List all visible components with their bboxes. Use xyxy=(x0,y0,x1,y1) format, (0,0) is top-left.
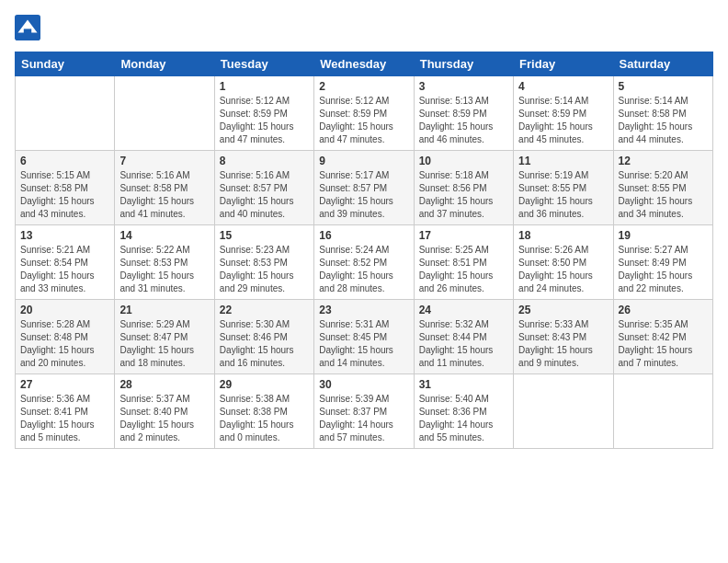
cell-info: Sunrise: 5:14 AMSunset: 8:59 PMDaylight:… xyxy=(518,95,608,146)
cell-info: Sunrise: 5:24 AMSunset: 8:52 PMDaylight:… xyxy=(319,244,408,295)
calendar-cell: 31Sunrise: 5:40 AMSunset: 8:36 PMDayligh… xyxy=(414,374,513,449)
day-of-week-header: Wednesday xyxy=(314,52,414,76)
day-of-week-header: Tuesday xyxy=(214,52,313,76)
cell-info: Sunrise: 5:25 AMSunset: 8:51 PMDaylight:… xyxy=(419,244,508,295)
day-number: 2 xyxy=(319,80,408,93)
day-number: 13 xyxy=(20,229,109,242)
calendar-cell: 2Sunrise: 5:12 AMSunset: 8:59 PMDaylight… xyxy=(314,76,414,151)
cell-info: Sunrise: 5:12 AMSunset: 8:59 PMDaylight:… xyxy=(319,95,408,146)
calendar-cell: 22Sunrise: 5:30 AMSunset: 8:46 PMDayligh… xyxy=(214,300,313,374)
day-number: 27 xyxy=(20,378,109,391)
day-number: 10 xyxy=(419,155,508,167)
day-number: 22 xyxy=(220,304,309,316)
logo xyxy=(15,15,44,40)
calendar-cell: 5Sunrise: 5:14 AMSunset: 8:58 PMDaylight… xyxy=(613,76,712,151)
calendar-cell: 24Sunrise: 5:32 AMSunset: 8:44 PMDayligh… xyxy=(414,300,513,374)
calendar-week-row: 13Sunrise: 5:21 AMSunset: 8:54 PMDayligh… xyxy=(16,225,713,300)
cell-info: Sunrise: 5:37 AMSunset: 8:40 PMDaylight:… xyxy=(119,393,209,444)
calendar-cell: 14Sunrise: 5:22 AMSunset: 8:53 PMDayligh… xyxy=(115,225,214,300)
day-of-week-header: Thursday xyxy=(414,52,513,76)
day-number: 11 xyxy=(518,155,608,167)
day-number: 31 xyxy=(419,378,508,391)
calendar-table: SundayMondayTuesdayWednesdayThursdayFrid… xyxy=(15,52,713,449)
calendar-cell xyxy=(613,374,712,449)
svg-rect-2 xyxy=(24,29,31,34)
day-of-week-header: Monday xyxy=(115,52,214,76)
day-number: 3 xyxy=(419,80,508,93)
cell-info: Sunrise: 5:19 AMSunset: 8:55 PMDaylight:… xyxy=(518,169,608,221)
day-number: 16 xyxy=(319,229,408,242)
calendar-cell: 29Sunrise: 5:38 AMSunset: 8:38 PMDayligh… xyxy=(214,374,313,449)
calendar-cell: 15Sunrise: 5:23 AMSunset: 8:53 PMDayligh… xyxy=(214,225,313,300)
cell-info: Sunrise: 5:36 AMSunset: 8:41 PMDaylight:… xyxy=(20,393,109,444)
page-header xyxy=(15,15,713,40)
calendar-week-row: 20Sunrise: 5:28 AMSunset: 8:48 PMDayligh… xyxy=(16,300,713,374)
calendar-cell: 10Sunrise: 5:18 AMSunset: 8:56 PMDayligh… xyxy=(414,151,513,225)
cell-info: Sunrise: 5:39 AMSunset: 8:37 PMDaylight:… xyxy=(319,393,408,444)
calendar-cell: 12Sunrise: 5:20 AMSunset: 8:55 PMDayligh… xyxy=(613,151,712,225)
day-number: 15 xyxy=(220,229,309,242)
cell-info: Sunrise: 5:16 AMSunset: 8:57 PMDaylight:… xyxy=(220,169,309,221)
calendar-cell: 4Sunrise: 5:14 AMSunset: 8:59 PMDaylight… xyxy=(514,76,613,151)
calendar-cell: 27Sunrise: 5:36 AMSunset: 8:41 PMDayligh… xyxy=(16,374,115,449)
day-of-week-header: Sunday xyxy=(16,52,115,76)
calendar-cell: 6Sunrise: 5:15 AMSunset: 8:58 PMDaylight… xyxy=(16,151,115,225)
cell-info: Sunrise: 5:27 AMSunset: 8:49 PMDaylight:… xyxy=(619,244,708,295)
day-number: 14 xyxy=(119,229,209,242)
calendar-cell: 11Sunrise: 5:19 AMSunset: 8:55 PMDayligh… xyxy=(514,151,613,225)
calendar-header-row: SundayMondayTuesdayWednesdayThursdayFrid… xyxy=(16,52,713,76)
calendar-cell: 28Sunrise: 5:37 AMSunset: 8:40 PMDayligh… xyxy=(115,374,214,449)
day-number: 1 xyxy=(220,80,309,93)
calendar-cell: 26Sunrise: 5:35 AMSunset: 8:42 PMDayligh… xyxy=(613,300,712,374)
calendar-cell: 18Sunrise: 5:26 AMSunset: 8:50 PMDayligh… xyxy=(514,225,613,300)
cell-info: Sunrise: 5:26 AMSunset: 8:50 PMDaylight:… xyxy=(518,244,608,295)
day-number: 28 xyxy=(119,378,209,391)
calendar-cell: 23Sunrise: 5:31 AMSunset: 8:45 PMDayligh… xyxy=(314,300,414,374)
calendar-cell: 8Sunrise: 5:16 AMSunset: 8:57 PMDaylight… xyxy=(214,151,313,225)
day-number: 6 xyxy=(20,155,109,167)
day-number: 5 xyxy=(619,80,708,93)
day-number: 19 xyxy=(619,229,708,242)
calendar-cell: 3Sunrise: 5:13 AMSunset: 8:59 PMDaylight… xyxy=(414,76,513,151)
day-number: 26 xyxy=(619,304,708,316)
calendar-cell: 19Sunrise: 5:27 AMSunset: 8:49 PMDayligh… xyxy=(613,225,712,300)
cell-info: Sunrise: 5:33 AMSunset: 8:43 PMDaylight:… xyxy=(518,318,608,370)
day-number: 9 xyxy=(319,155,408,167)
calendar-cell: 30Sunrise: 5:39 AMSunset: 8:37 PMDayligh… xyxy=(314,374,414,449)
calendar-cell xyxy=(16,76,115,151)
day-number: 21 xyxy=(119,304,209,316)
cell-info: Sunrise: 5:12 AMSunset: 8:59 PMDaylight:… xyxy=(220,95,309,146)
cell-info: Sunrise: 5:40 AMSunset: 8:36 PMDaylight:… xyxy=(419,393,508,444)
calendar-week-row: 6Sunrise: 5:15 AMSunset: 8:58 PMDaylight… xyxy=(16,151,713,225)
day-number: 7 xyxy=(119,155,209,167)
calendar-cell: 7Sunrise: 5:16 AMSunset: 8:58 PMDaylight… xyxy=(115,151,214,225)
day-number: 4 xyxy=(518,80,608,93)
calendar-week-row: 27Sunrise: 5:36 AMSunset: 8:41 PMDayligh… xyxy=(16,374,713,449)
day-number: 24 xyxy=(419,304,508,316)
cell-info: Sunrise: 5:29 AMSunset: 8:47 PMDaylight:… xyxy=(119,318,209,370)
day-number: 17 xyxy=(419,229,508,242)
cell-info: Sunrise: 5:35 AMSunset: 8:42 PMDaylight:… xyxy=(619,318,708,370)
cell-info: Sunrise: 5:16 AMSunset: 8:58 PMDaylight:… xyxy=(119,169,209,221)
logo-icon xyxy=(15,15,40,40)
day-number: 29 xyxy=(220,378,309,391)
day-number: 20 xyxy=(20,304,109,316)
calendar-cell: 16Sunrise: 5:24 AMSunset: 8:52 PMDayligh… xyxy=(314,225,414,300)
calendar-week-row: 1Sunrise: 5:12 AMSunset: 8:59 PMDaylight… xyxy=(16,76,713,151)
cell-info: Sunrise: 5:14 AMSunset: 8:58 PMDaylight:… xyxy=(619,95,708,146)
calendar-cell: 25Sunrise: 5:33 AMSunset: 8:43 PMDayligh… xyxy=(514,300,613,374)
calendar-cell xyxy=(514,374,613,449)
calendar-cell xyxy=(115,76,214,151)
day-number: 12 xyxy=(619,155,708,167)
cell-info: Sunrise: 5:30 AMSunset: 8:46 PMDaylight:… xyxy=(220,318,309,370)
cell-info: Sunrise: 5:17 AMSunset: 8:57 PMDaylight:… xyxy=(319,169,408,221)
day-number: 23 xyxy=(319,304,408,316)
cell-info: Sunrise: 5:21 AMSunset: 8:54 PMDaylight:… xyxy=(20,244,109,295)
calendar-cell: 13Sunrise: 5:21 AMSunset: 8:54 PMDayligh… xyxy=(16,225,115,300)
calendar-cell: 20Sunrise: 5:28 AMSunset: 8:48 PMDayligh… xyxy=(16,300,115,374)
cell-info: Sunrise: 5:31 AMSunset: 8:45 PMDaylight:… xyxy=(319,318,408,370)
day-number: 25 xyxy=(518,304,608,316)
calendar-cell: 21Sunrise: 5:29 AMSunset: 8:47 PMDayligh… xyxy=(115,300,214,374)
day-number: 8 xyxy=(220,155,309,167)
cell-info: Sunrise: 5:28 AMSunset: 8:48 PMDaylight:… xyxy=(20,318,109,370)
